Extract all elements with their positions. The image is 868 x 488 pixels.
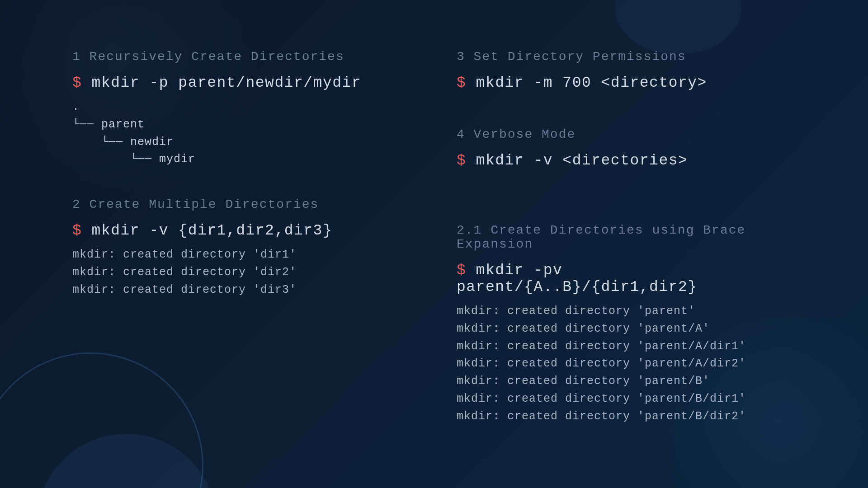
command-text: mkdir -p parent/newdir/mydir [82, 75, 361, 91]
content-grid: 1 Recursively Create Directories $ mkdir… [0, 0, 868, 488]
shell-prompt: $ [72, 222, 82, 239]
section-heading: 4 Verbose Mode [457, 127, 796, 141]
command-line: $ mkdir -p parent/newdir/mydir [72, 75, 411, 91]
section-heading: 2 Create Multiple Directories [72, 197, 411, 211]
right-column: 3 Set Directory Permissions $ mkdir -m 7… [457, 50, 796, 454]
command-output: mkdir: created directory 'parent' mkdir:… [457, 303, 796, 425]
section-set-permissions: 3 Set Directory Permissions $ mkdir -m 7… [457, 50, 796, 99]
left-column: 1 Recursively Create Directories $ mkdir… [72, 50, 411, 454]
tree-output: . └── parent └── newdir └── mydir [72, 99, 411, 169]
command-line: $ mkdir -v {dir1,dir2,dir3} [72, 222, 411, 239]
command-text: mkdir -m 700 <directory> [466, 75, 707, 91]
section-recursive-create: 1 Recursively Create Directories $ mkdir… [72, 50, 411, 169]
section-verbose-mode: 4 Verbose Mode $ mkdir -v <directories> [457, 127, 796, 176]
shell-prompt: $ [457, 75, 466, 91]
command-text: mkdir -v <directories> [466, 152, 688, 169]
section-heading: 3 Set Directory Permissions [457, 50, 796, 64]
section-brace-expansion: 2.1 Create Directories using Brace Expan… [457, 223, 796, 425]
shell-prompt: $ [457, 152, 466, 169]
section-heading: 1 Recursively Create Directories [72, 50, 411, 64]
command-text: mkdir -pv parent/{A..B}/{dir1,dir2} [457, 262, 698, 296]
command-line: $ mkdir -pv parent/{A..B}/{dir1,dir2} [457, 262, 796, 296]
section-heading: 2.1 Create Directories using Brace Expan… [457, 223, 796, 251]
command-line: $ mkdir -m 700 <directory> [457, 75, 796, 91]
command-text: mkdir -v {dir1,dir2,dir3} [82, 222, 332, 239]
section-create-multiple: 2 Create Multiple Directories $ mkdir -v… [72, 197, 411, 299]
shell-prompt: $ [72, 75, 82, 91]
command-line: $ mkdir -v <directories> [457, 152, 796, 169]
shell-prompt: $ [457, 262, 466, 279]
command-output: mkdir: created directory 'dir1' mkdir: c… [72, 246, 411, 299]
